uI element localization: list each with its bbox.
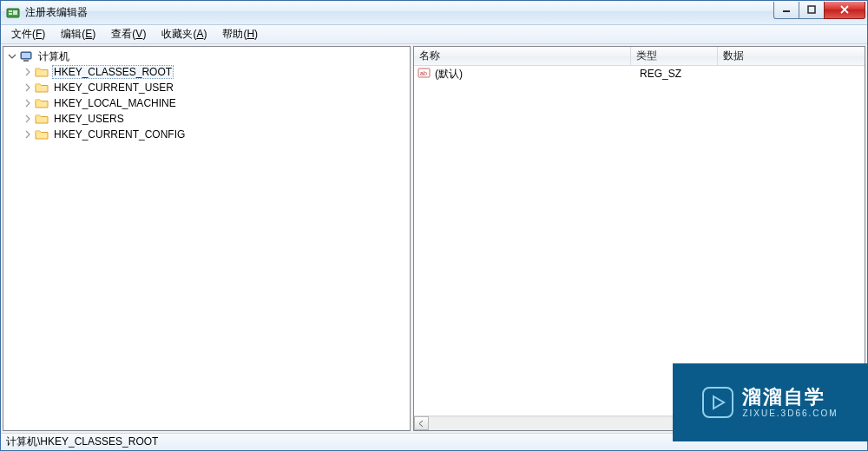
values-header: 名称 类型 数据 (414, 47, 865, 66)
window-buttons (774, 2, 865, 19)
computer-icon (19, 49, 33, 63)
folder-icon (35, 127, 49, 141)
registry-tree[interactable]: 计算机 HKEY_CLASSES_ROOTHKEY_CURRENT_USERHK… (3, 47, 410, 144)
tree-node[interactable]: HKEY_CLASSES_ROOT (3, 64, 410, 80)
menu-view[interactable]: 查看(V) (104, 25, 153, 43)
folder-icon (35, 96, 49, 110)
svg-rect-5 (808, 6, 815, 13)
titlebar[interactable]: 注册表编辑器 (1, 1, 867, 25)
tree-pane: 计算机 HKEY_CLASSES_ROOTHKEY_CURRENT_USERHK… (3, 46, 411, 431)
expand-icon[interactable] (23, 82, 33, 93)
status-path: 计算机\HKEY_CLASSES_ROOT (6, 435, 158, 449)
tree-node-label: HKEY_CURRENT_CONFIG (52, 127, 187, 141)
svg-rect-1 (9, 10, 12, 12)
value-name: (默认) (435, 67, 463, 82)
titlebar-left: 注册表编辑器 (6, 5, 88, 20)
tree-root[interactable]: 计算机 (3, 49, 410, 64)
app-icon (6, 6, 20, 20)
close-button[interactable] (824, 2, 865, 19)
value-name-cell: ab(默认) (418, 66, 635, 82)
menubar: 文件(F) 编辑(E) 查看(V) 收藏夹(A) 帮助(H) (1, 25, 867, 44)
value-row[interactable]: ab(默认)REG_SZ (414, 66, 865, 82)
svg-rect-3 (13, 10, 17, 15)
folder-icon (35, 65, 49, 79)
tree-node-label: HKEY_USERS (52, 112, 126, 126)
watermark-overlay: 溜溜自学 ZIXUE.3D66.COM (673, 363, 868, 441)
expand-icon[interactable] (23, 67, 33, 77)
expand-icon[interactable] (23, 129, 33, 140)
tree-node[interactable]: HKEY_CURRENT_USER (3, 80, 410, 95)
tree-node-label: HKEY_LOCAL_MACHINE (52, 96, 178, 110)
menu-help[interactable]: 帮助(H) (215, 25, 265, 43)
scroll-left-button[interactable] (414, 416, 429, 430)
value-type: REG_SZ (635, 68, 721, 80)
menu-file[interactable]: 文件(F) (4, 25, 52, 43)
menu-edit[interactable]: 编辑(E) (54, 25, 102, 43)
expand-icon[interactable] (23, 98, 33, 108)
folder-icon (35, 112, 49, 126)
tree-node-label: HKEY_CLASSES_ROOT (52, 65, 174, 79)
tree-node-label: HKEY_CURRENT_USER (52, 81, 175, 95)
column-type[interactable]: 类型 (631, 47, 718, 65)
svg-rect-8 (23, 60, 29, 62)
tree-node[interactable]: HKEY_LOCAL_MACHINE (3, 95, 410, 111)
folder-icon (35, 81, 49, 95)
svg-rect-4 (783, 10, 790, 12)
minimize-button[interactable] (773, 2, 799, 19)
tree-node[interactable]: HKEY_CURRENT_CONFIG (3, 127, 410, 142)
play-icon (702, 387, 733, 418)
string-value-icon: ab (418, 66, 431, 82)
window-title: 注册表编辑器 (25, 5, 88, 20)
menu-favorites[interactable]: 收藏夹(A) (155, 25, 214, 43)
tree-node[interactable]: HKEY_USERS (3, 111, 410, 127)
svg-rect-7 (22, 53, 30, 58)
tree-root-label: 计算机 (36, 49, 71, 65)
watermark-sub: ZIXUE.3D66.COM (742, 409, 838, 418)
column-data[interactable]: 数据 (718, 47, 865, 65)
watermark-title: 溜溜自学 (742, 387, 825, 408)
column-name[interactable]: 名称 (414, 47, 631, 65)
svg-rect-2 (9, 13, 12, 15)
collapse-icon[interactable] (7, 51, 17, 62)
svg-text:ab: ab (420, 70, 427, 76)
expand-icon[interactable] (23, 114, 33, 124)
maximize-button[interactable] (799, 2, 825, 19)
